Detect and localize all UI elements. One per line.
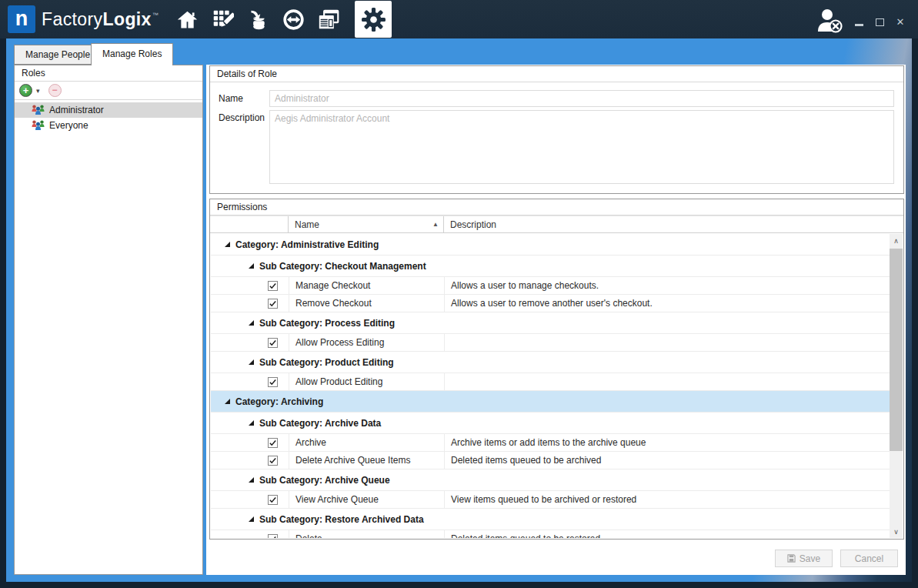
checkbox-column-header[interactable] [210, 216, 289, 232]
role-item-administrator[interactable]: Administrator [15, 102, 202, 118]
role-item-label: Everyone [49, 120, 88, 131]
permission-row[interactable]: Allow Process Editing [211, 334, 890, 352]
permission-group-row[interactable]: Sub Category: Product Editing [211, 352, 890, 373]
add-role-button[interactable]: + [19, 84, 32, 97]
name-column-label: Name [295, 219, 319, 230]
checkmark-icon [269, 282, 277, 290]
collapse-triangle-icon[interactable] [225, 399, 230, 404]
brand-name: FactoryLogix™ [42, 0, 159, 38]
permission-name: Delete Archive Queue Items [289, 452, 445, 469]
roles-panel-title: Roles [15, 65, 202, 82]
permission-row[interactable]: Allow Product Editing [211, 373, 890, 391]
permission-row[interactable]: DeleteDeleted items queued to be restore… [211, 530, 890, 538]
settings-nav-button-active[interactable] [355, 1, 392, 38]
checkbox-checked[interactable] [268, 534, 278, 539]
remove-role-button[interactable]: − [48, 84, 62, 97]
checkbox-checked[interactable] [268, 338, 278, 348]
description-column-header[interactable]: Description [444, 216, 903, 232]
checkbox-checked[interactable] [268, 377, 278, 387]
footer-buttons: Save Cancel [775, 550, 898, 567]
chevron-up-icon: ∧ [893, 237, 899, 245]
scroll-down-button[interactable]: ∨ [890, 525, 903, 538]
checkbox-checked[interactable] [268, 299, 278, 309]
role-item-label: Administrator [49, 105, 104, 115]
app-logo: n [8, 5, 35, 33]
permission-group-row[interactable]: Sub Category: Archive Data [211, 413, 890, 434]
description-label: Description [219, 112, 265, 123]
production-nav-button[interactable] [282, 8, 305, 32]
checkbox-checked[interactable] [268, 281, 278, 291]
close-button[interactable]: ✕ [895, 17, 906, 28]
tab-manage-roles[interactable]: Manage Roles [91, 43, 173, 65]
permissions-table-viewport: Category: Administrative EditingSub Cate… [211, 234, 903, 538]
scrollbar-thumb[interactable] [890, 249, 903, 451]
close-icon: ✕ [896, 17, 905, 28]
permission-description: Allows a user to manage checkouts. [445, 277, 890, 294]
group-label: Sub Category: Product Editing [259, 357, 394, 368]
permissions-table-header: Name ▲ Description [210, 215, 903, 233]
permission-row[interactable]: View Archive QueueView items queued to b… [211, 491, 890, 509]
permission-row[interactable]: Remove CheckoutAllows a user to remove a… [211, 295, 890, 312]
collapse-triangle-icon[interactable] [249, 359, 254, 365]
role-group-icon [32, 105, 45, 115]
collapse-triangle-icon[interactable] [249, 420, 254, 426]
cancel-button[interactable]: Cancel [840, 550, 898, 567]
permission-group-row[interactable]: Sub Category: Process Editing [211, 312, 890, 334]
save-button[interactable]: Save [775, 550, 833, 567]
permission-description [445, 334, 890, 351]
collapse-triangle-icon[interactable] [249, 263, 254, 269]
transfer-arrows-icon [282, 8, 305, 31]
checkmark-icon [269, 339, 277, 347]
permission-name: Remove Checkout [289, 295, 445, 312]
permissions-rows: Category: Administrative EditingSub Cate… [211, 234, 890, 538]
collapse-triangle-icon[interactable] [249, 477, 254, 483]
planning-nav-button[interactable] [211, 8, 235, 32]
tab-manage-people[interactable]: Manage People [14, 45, 102, 65]
permission-name: View Archive Queue [289, 491, 445, 508]
user-status-icon[interactable] [815, 8, 844, 33]
permission-name: Manage Checkout [289, 277, 445, 294]
home-nav-button[interactable] [175, 8, 199, 32]
titlebar: n FactoryLogix™ [0, 0, 918, 38]
collapse-triangle-icon[interactable] [249, 320, 254, 326]
permission-group-row[interactable]: Category: Archiving [211, 391, 890, 413]
minimize-button[interactable] [853, 17, 864, 28]
chevron-down-icon: ∨ [893, 528, 899, 536]
permission-group-row[interactable]: Category: Administrative Editing [211, 234, 890, 256]
collapse-triangle-icon[interactable] [249, 516, 254, 522]
grid-pencil-icon [212, 8, 234, 31]
name-column-header[interactable]: Name ▲ [289, 216, 444, 232]
group-label: Sub Category: Checkout Management [259, 261, 426, 272]
group-label: Sub Category: Archive Data [259, 418, 381, 429]
permission-row[interactable]: Manage CheckoutAllows a user to manage c… [211, 277, 890, 295]
scroll-up-button[interactable]: ∧ [890, 234, 903, 247]
collapse-triangle-icon[interactable] [225, 242, 230, 247]
name-label: Name [219, 93, 243, 104]
checkbox-checked[interactable] [268, 438, 278, 448]
permission-group-row[interactable]: Sub Category: Archive Queue [211, 469, 890, 491]
details-panel-title: Details of Role [210, 66, 903, 82]
vertical-scrollbar[interactable]: ∧ ∨ [890, 234, 903, 538]
cancel-button-label: Cancel [855, 553, 883, 564]
maximize-button[interactable] [874, 17, 885, 28]
permission-group-row[interactable]: Sub Category: Checkout Management [211, 256, 890, 277]
role-description-input[interactable]: Aegis Administrator Account [269, 110, 894, 184]
save-floppy-icon [787, 554, 796, 563]
database-import-icon [247, 8, 269, 31]
checkbox-checked[interactable] [268, 495, 278, 505]
role-item-everyone[interactable]: Everyone [15, 118, 202, 133]
permission-row[interactable]: Delete Archive Queue ItemsDeleted items … [211, 452, 890, 469]
permission-description: Archive items or add items to the archiv… [445, 434, 890, 451]
permission-checkbox-cell [211, 434, 289, 451]
checkbox-checked[interactable] [268, 456, 278, 466]
role-name-input[interactable]: Administrator [269, 90, 894, 107]
sort-ascending-icon: ▲ [432, 221, 439, 228]
group-label: Category: Archiving [235, 396, 323, 407]
save-button-label: Save [799, 553, 820, 564]
add-role-dropdown-caret[interactable]: ▾ [36, 87, 40, 95]
materials-nav-button[interactable] [246, 8, 270, 32]
reports-nav-button[interactable] [317, 8, 341, 32]
permission-row[interactable]: ArchiveArchive items or add items to the… [211, 434, 890, 452]
permission-group-row[interactable]: Sub Category: Restore Archived Data [211, 509, 890, 530]
maximize-icon [876, 18, 884, 26]
